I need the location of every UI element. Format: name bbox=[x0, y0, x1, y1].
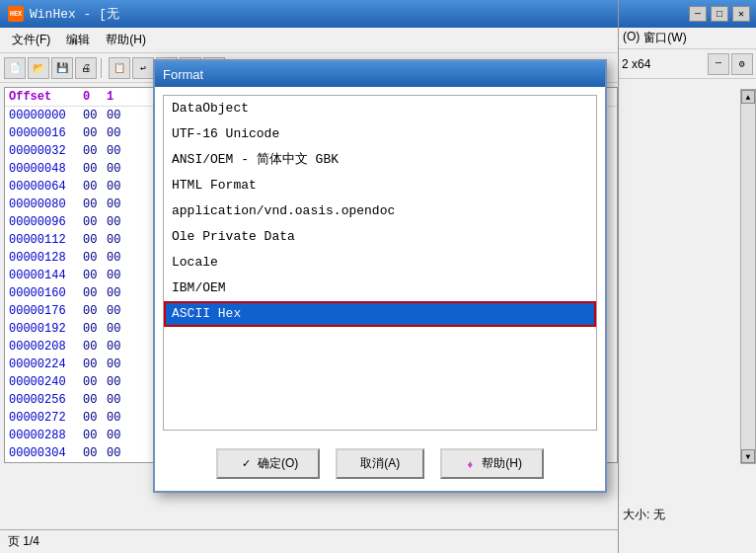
hex-offset: 00000288 bbox=[9, 428, 83, 443]
hex-byte0: 00 bbox=[83, 250, 107, 266]
ok-button[interactable]: ✓ 确定(O) bbox=[216, 448, 320, 479]
hex-offset: 00000208 bbox=[9, 339, 83, 355]
hex-offset: 00000256 bbox=[9, 392, 83, 408]
right-version: 2 x64 bbox=[622, 57, 650, 71]
toolbar-open[interactable]: 📂 bbox=[28, 57, 49, 79]
ok-icon: ✓ bbox=[238, 456, 254, 472]
list-item[interactable]: Locale bbox=[164, 250, 596, 276]
hex-byte0: 00 bbox=[83, 374, 107, 390]
list-item[interactable]: Ole Private Data bbox=[164, 224, 596, 250]
list-item[interactable]: DataObject bbox=[164, 96, 596, 121]
right-menu-window[interactable]: 窗口(W) bbox=[643, 30, 686, 46]
toolbar-print[interactable]: 🖨 bbox=[75, 57, 97, 79]
menu-edit[interactable]: 编辑 bbox=[58, 30, 98, 50]
right-menu-o[interactable]: (O) bbox=[623, 30, 640, 46]
hex-offset: 00000144 bbox=[9, 268, 83, 283]
hex-offset: 00000032 bbox=[9, 143, 83, 159]
right-panel-close[interactable]: ✕ bbox=[732, 6, 750, 22]
hex-byte0: 00 bbox=[83, 410, 107, 426]
hex-offset: 00000304 bbox=[9, 445, 83, 461]
hex-offset: 00000224 bbox=[9, 356, 83, 372]
hex-offset: 00000016 bbox=[9, 125, 83, 141]
size-value: 无 bbox=[653, 508, 665, 521]
list-item[interactable]: HTML Format bbox=[164, 173, 596, 198]
hex-byte1: 00 bbox=[107, 125, 130, 141]
hex-offset: 00000240 bbox=[9, 374, 83, 390]
right-toolbar-icon1[interactable]: ⚙ bbox=[731, 53, 753, 75]
hex-byte0: 00 bbox=[83, 285, 107, 301]
right-panel-restore[interactable]: □ bbox=[711, 6, 728, 22]
offset-header: Offset bbox=[9, 90, 83, 104]
dialog-buttons: ✓ 确定(O) 取消(A) ♦ 帮助(H) bbox=[155, 438, 605, 491]
hex-offset: 00000080 bbox=[9, 197, 83, 212]
right-toolbar-min[interactable]: ─ bbox=[708, 53, 729, 75]
hex-offset: 00000176 bbox=[9, 303, 83, 319]
hex-byte1: 00 bbox=[107, 428, 130, 443]
toolbar-save[interactable]: 💾 bbox=[51, 57, 73, 79]
toolbar-new[interactable]: 📄 bbox=[4, 57, 26, 79]
hex-byte1: 00 bbox=[107, 197, 130, 212]
menu-file[interactable]: 文件(F) bbox=[4, 30, 58, 50]
right-panel-titlebar: ─ □ ✕ bbox=[619, 0, 756, 28]
right-panel: ─ □ ✕ (O) 窗口(W) 2 x64 ─ ⚙ ▲ ▼ 大小: 无 bbox=[618, 0, 756, 553]
toolbar-paste[interactable]: 📋 bbox=[109, 57, 130, 79]
list-item[interactable]: UTF-16 Unicode bbox=[164, 121, 596, 147]
hex-byte0: 00 bbox=[83, 161, 107, 177]
right-panel-toolbar: 2 x64 ─ ⚙ bbox=[619, 49, 756, 79]
hex-offset: 00000112 bbox=[9, 232, 83, 248]
hex-byte0: 00 bbox=[83, 339, 107, 355]
format-dialog: Format DataObjectUTF-16 UnicodeANSI/OEM … bbox=[153, 59, 607, 493]
menu-help[interactable]: 帮助(H) bbox=[98, 30, 154, 50]
hex-byte1: 00 bbox=[107, 232, 130, 248]
hex-byte0: 00 bbox=[83, 214, 107, 230]
col1-header: 1 bbox=[107, 90, 130, 104]
right-scrollbar[interactable]: ▲ ▼ bbox=[740, 89, 756, 464]
right-panel-menubar: (O) 窗口(W) bbox=[619, 28, 756, 49]
winhex-app-icon: HEX bbox=[8, 6, 24, 22]
hex-offset: 00000160 bbox=[9, 285, 83, 301]
hex-byte1: 00 bbox=[107, 108, 130, 123]
size-label: 大小: bbox=[623, 508, 649, 521]
hex-byte0: 00 bbox=[83, 108, 107, 123]
help-button[interactable]: ♦ 帮助(H) bbox=[440, 448, 544, 479]
col0-header: 0 bbox=[83, 90, 107, 104]
help-label: 帮助(H) bbox=[482, 455, 522, 472]
list-item[interactable]: application/vnd.oasis.opendoc bbox=[164, 198, 596, 224]
hex-byte1: 00 bbox=[107, 268, 130, 283]
hex-offset: 00000000 bbox=[9, 108, 83, 123]
hex-offset: 00000192 bbox=[9, 321, 83, 337]
hex-byte0: 00 bbox=[83, 428, 107, 443]
dialog-title: Format bbox=[163, 67, 203, 82]
list-item[interactable]: IBM/OEM bbox=[164, 276, 596, 301]
hex-byte1: 00 bbox=[107, 321, 130, 337]
hex-offset: 00000096 bbox=[9, 214, 83, 230]
cancel-button[interactable]: 取消(A) bbox=[336, 448, 424, 479]
hex-byte0: 00 bbox=[83, 356, 107, 372]
hex-byte0: 00 bbox=[83, 303, 107, 319]
hex-byte0: 00 bbox=[83, 197, 107, 212]
hex-byte1: 00 bbox=[107, 303, 130, 319]
hex-byte0: 00 bbox=[83, 392, 107, 408]
scroll-down-arrow[interactable]: ▼ bbox=[741, 449, 755, 463]
right-panel-min[interactable]: ─ bbox=[689, 6, 707, 22]
cancel-label: 取消(A) bbox=[360, 455, 400, 472]
dialog-content: DataObjectUTF-16 UnicodeANSI/OEM - 简体中文 … bbox=[155, 87, 605, 438]
hex-byte0: 00 bbox=[83, 179, 107, 195]
hex-offset: 00000064 bbox=[9, 179, 83, 195]
hex-offset: 00000128 bbox=[9, 250, 83, 266]
list-item[interactable]: ASCII Hex bbox=[164, 301, 596, 327]
hex-byte1: 00 bbox=[107, 392, 130, 408]
ok-label: 确定(O) bbox=[258, 455, 298, 472]
hex-byte1: 00 bbox=[107, 445, 130, 461]
hex-byte1: 00 bbox=[107, 179, 130, 195]
format-list[interactable]: DataObjectUTF-16 UnicodeANSI/OEM - 简体中文 … bbox=[163, 95, 597, 431]
hex-byte0: 00 bbox=[83, 143, 107, 159]
hex-byte1: 00 bbox=[107, 339, 130, 355]
hex-byte1: 00 bbox=[107, 356, 130, 372]
list-item[interactable]: ANSI/OEM - 简体中文 GBK bbox=[164, 147, 596, 173]
toolbar-undo[interactable]: ↩ bbox=[132, 57, 154, 79]
scroll-up-arrow[interactable]: ▲ bbox=[741, 90, 755, 104]
hex-byte0: 00 bbox=[83, 232, 107, 248]
hex-byte1: 00 bbox=[107, 214, 130, 230]
toolbar-separator bbox=[101, 58, 105, 78]
